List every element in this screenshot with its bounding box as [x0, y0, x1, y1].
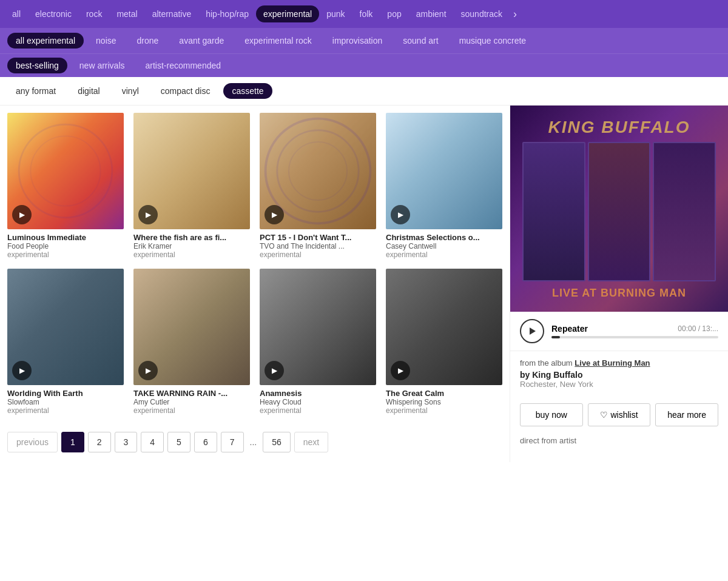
- page-6-button[interactable]: 6: [194, 432, 217, 452]
- album-title: Where the fish are as fi...: [133, 233, 250, 242]
- album-thumbnail[interactable]: ▶: [260, 269, 376, 385]
- sidebar-album-title-art: LIVE AT BURNING MAN: [510, 287, 728, 300]
- subgenre-sound-art[interactable]: sound art: [394, 33, 447, 49]
- genre-metal[interactable]: metal: [109, 5, 144, 22]
- album-artist: Whispering Sons: [386, 398, 502, 406]
- subgenre-all[interactable]: all experimental: [7, 33, 84, 49]
- direct-from-artist: direct from artist: [510, 434, 728, 452]
- band-panel-3: [653, 142, 716, 281]
- album-genre: experimental: [133, 406, 250, 415]
- subgenre-avant-garde[interactable]: avant garde: [170, 33, 232, 49]
- format-digital[interactable]: digital: [69, 83, 109, 99]
- album-genre: experimental: [260, 250, 376, 259]
- track-name: Repeater: [551, 324, 588, 334]
- album-title: TAKE WARNING RAIN -...: [133, 389, 250, 398]
- play-button[interactable]: ▶: [391, 205, 410, 224]
- heart-icon: ♡: [600, 410, 608, 420]
- genre-hiphop[interactable]: hip-hop/rap: [198, 5, 256, 22]
- wishlist-button[interactable]: ♡ wishlist: [588, 403, 651, 426]
- pagination: previous 1 2 3 4 5 6 7 ... 56 next: [0, 422, 510, 462]
- album-title: Christmas Selections o...: [386, 233, 502, 242]
- genre-alternative[interactable]: alternative: [145, 5, 199, 22]
- genre-electronic[interactable]: electronic: [28, 5, 79, 22]
- subgenre-experimental-rock[interactable]: experimental rock: [236, 33, 320, 49]
- player-play-button[interactable]: [520, 319, 544, 343]
- genre-ambient[interactable]: ambient: [409, 5, 454, 22]
- genre-rock[interactable]: rock: [79, 5, 109, 22]
- genre-soundtrack[interactable]: soundtrack: [454, 5, 510, 22]
- genre-experimental[interactable]: experimental: [256, 5, 319, 22]
- player-track: Repeater 00:00 / 13:...: [551, 324, 718, 334]
- genre-more-icon[interactable]: ›: [510, 8, 521, 21]
- page-2-button[interactable]: 2: [88, 432, 111, 452]
- album-thumbnail[interactable]: ▶: [133, 113, 250, 229]
- album-card[interactable]: ▶ Worlding With Earth Slowfoam experimen…: [7, 269, 124, 415]
- play-button[interactable]: ▶: [12, 205, 32, 224]
- album-card[interactable]: ▶ TAKE WARNING RAIN -... Amy Cutler expe…: [133, 269, 250, 415]
- album-genre: experimental: [386, 406, 502, 415]
- format-nav: any format digital vinyl compact disc ca…: [0, 77, 728, 106]
- album-title: Luminous Immediate: [7, 233, 124, 242]
- subgenre-musique-concrete[interactable]: musique concrete: [451, 33, 535, 49]
- format-cassette[interactable]: cassette: [223, 83, 272, 99]
- play-button[interactable]: ▶: [138, 205, 158, 224]
- next-button[interactable]: next: [294, 432, 328, 452]
- page-3-button[interactable]: 3: [115, 432, 138, 452]
- album-card[interactable]: ▶ PCT 15 - I Don't Want T... TVO and The…: [260, 113, 376, 259]
- album-thumbnail[interactable]: ▶: [260, 113, 376, 229]
- subgenre-improvisation[interactable]: improvisation: [324, 33, 391, 49]
- progress-fill: [551, 336, 560, 338]
- genre-all[interactable]: all: [5, 5, 28, 22]
- album-artist: Heavy Cloud: [260, 398, 376, 406]
- genre-pop[interactable]: pop: [380, 5, 408, 22]
- album-thumbnail[interactable]: ▶: [133, 269, 250, 385]
- genre-punk[interactable]: punk: [319, 5, 352, 22]
- play-button[interactable]: ▶: [265, 361, 284, 380]
- sort-artist-recommended[interactable]: artist-recommended: [137, 58, 230, 73]
- play-button[interactable]: ▶: [265, 205, 284, 224]
- album-thumbnail[interactable]: ▶: [386, 113, 502, 229]
- sidebar-actions: buy now ♡ wishlist hear more: [510, 396, 728, 434]
- buy-now-button[interactable]: buy now: [520, 403, 583, 426]
- album-thumbnail[interactable]: ▶: [386, 269, 502, 385]
- svg-point-4: [289, 142, 347, 200]
- page-1-button[interactable]: 1: [61, 432, 84, 452]
- album-card[interactable]: ▶ The Great Calm Whispering Sons experim…: [386, 269, 502, 415]
- page-4-button[interactable]: 4: [141, 432, 164, 452]
- album-card[interactable]: ▶ Anamnesis Heavy Cloud experimental: [260, 269, 376, 415]
- album-thumbnail[interactable]: ▶: [7, 113, 124, 229]
- format-vinyl[interactable]: vinyl: [113, 83, 147, 99]
- artist-location: Rochester, New York: [520, 380, 718, 389]
- genre-folk[interactable]: folk: [352, 5, 380, 22]
- subgenre-noise[interactable]: noise: [87, 33, 124, 49]
- album-card[interactable]: ▶ Christmas Selections o... Casey Cantwe…: [386, 113, 502, 259]
- album-card[interactable]: ▶ Where the fish are as fi... Erik Krame…: [133, 113, 250, 259]
- format-cd[interactable]: compact disc: [152, 83, 219, 99]
- progress-bar[interactable]: [551, 336, 718, 338]
- band-panel-2: [588, 142, 651, 281]
- page-last-button[interactable]: 56: [263, 432, 291, 452]
- svg-point-0: [19, 124, 112, 218]
- play-button[interactable]: ▶: [12, 361, 32, 380]
- album-art-inner: KING BUFFALO LIVE AT BURNING MAN: [510, 106, 728, 312]
- page-ellipsis: ...: [248, 432, 260, 452]
- play-button[interactable]: ▶: [391, 361, 410, 380]
- page-7-button[interactable]: 7: [221, 432, 244, 452]
- album-card[interactable]: ▶ Luminous Immediate Food People experim…: [7, 113, 124, 259]
- subgenre-nav: all experimental noise drone avant garde…: [0, 28, 728, 53]
- sidebar: KING BUFFALO LIVE AT BURNING MAN Repeate…: [510, 106, 728, 462]
- subgenre-drone[interactable]: drone: [129, 33, 167, 49]
- prev-button[interactable]: previous: [7, 432, 58, 452]
- album-title: The Great Calm: [386, 389, 502, 398]
- sort-new-arrivals[interactable]: new arrivals: [71, 58, 133, 73]
- page-5-button[interactable]: 5: [167, 432, 190, 452]
- album-link[interactable]: Live at Burning Man: [575, 358, 650, 368]
- album-thumbnail[interactable]: ▶: [7, 269, 124, 385]
- play-button[interactable]: ▶: [138, 361, 158, 380]
- svg-marker-5: [530, 327, 536, 335]
- hear-more-button[interactable]: hear more: [655, 403, 718, 426]
- format-any[interactable]: any format: [7, 83, 64, 99]
- sort-best-selling[interactable]: best-selling: [7, 58, 67, 73]
- album-title: PCT 15 - I Don't Want T...: [260, 233, 376, 242]
- album-genre: experimental: [386, 250, 502, 259]
